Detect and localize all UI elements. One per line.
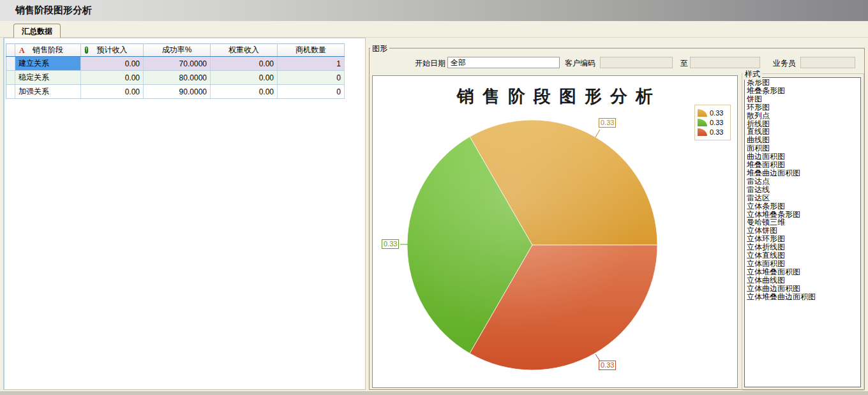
legend-label: 0.33: [710, 109, 723, 117]
summary-table-panel: A 销售阶段 预计收入 成功率% 权重收入 商机数量 建立关系 0.00 70.…: [3, 38, 366, 390]
style-list-item[interactable]: 堆叠曲边面积图: [747, 169, 860, 177]
cell-expected: 0.00: [81, 57, 144, 71]
cell-success: 80.0000: [144, 71, 211, 85]
sort-indicator-icon: A: [19, 46, 25, 56]
style-list-item[interactable]: 饼图: [747, 95, 860, 103]
table-row[interactable]: 稳定关系 0.00 80.0000 0.00 0: [6, 71, 345, 85]
legend-entry: 0.33: [698, 128, 728, 137]
table-row[interactable]: 加强关系 0.00 90.0000 0.00 0: [6, 85, 345, 99]
table-row[interactable]: 建立关系 0.00 70.0000 0.00 1: [6, 57, 345, 71]
window-bottom-edge: [0, 391, 868, 395]
style-list-item[interactable]: 雷达区: [747, 194, 860, 202]
style-list-item[interactable]: 立体堆叠面积图: [747, 268, 860, 276]
chart-legend: 0.330.330.33: [694, 105, 731, 140]
style-list-item[interactable]: 立体曲线图: [747, 276, 860, 285]
legend-entry: 0.33: [698, 108, 728, 117]
filter-indicator-icon: [85, 47, 88, 54]
cell-expected: 0.00: [81, 71, 144, 85]
style-list-item[interactable]: 散列点: [747, 112, 860, 120]
pie-chart-canvas: 销售阶段图形分析 0.33 0.33 0.33 0.330.330.33: [372, 75, 738, 388]
pie-value-label: 0.33: [599, 118, 616, 128]
pie-value-label: 0.33: [599, 361, 616, 370]
cell-weighted: 0.00: [211, 71, 278, 85]
row-header-corner: [6, 44, 15, 57]
to-label: 至: [680, 58, 689, 68]
legend-pie-icon: [698, 128, 707, 136]
pie-leader-line: [595, 130, 600, 137]
cell-success: 90.0000: [144, 85, 211, 99]
style-list-item[interactable]: 立体条形图: [747, 202, 860, 211]
column-header-label: 商机数量: [296, 45, 326, 54]
column-header-count[interactable]: 商机数量: [278, 44, 345, 57]
style-list-item[interactable]: 雷达点: [747, 177, 860, 186]
legend-entry: 0.33: [698, 118, 728, 127]
cell-weighted: 0.00: [211, 57, 278, 71]
row-header-cell: [6, 85, 15, 99]
table-header-row: A 销售阶段 预计收入 成功率% 权重收入 商机数量: [6, 44, 345, 57]
column-header-weighted[interactable]: 权重收入: [211, 44, 278, 57]
style-list-item[interactable]: 雷达线: [747, 186, 860, 194]
cell-count: 0: [278, 71, 345, 85]
row-header-cell: [6, 57, 15, 71]
style-list-item[interactable]: 立体直线图: [747, 251, 860, 260]
salesman-label: 业务员: [773, 58, 798, 68]
column-header-success[interactable]: 成功率%: [144, 44, 211, 57]
column-header-label: 预计收入: [97, 45, 128, 54]
style-group-label: 样式: [743, 69, 762, 80]
style-list[interactable]: 条形图堆叠条形图饼图环形图散列点折线图直线图曲线图面积图曲边面积图堆叠面积图堆叠…: [744, 77, 861, 387]
style-list-item[interactable]: 立体曲边面积图: [747, 285, 860, 293]
page-title: 销售阶段图形分析: [15, 4, 92, 17]
pie-value-label: 0.33: [382, 239, 399, 249]
style-list-item[interactable]: 立体堆叠曲边面积图: [747, 293, 860, 301]
style-list-item[interactable]: 环形图: [747, 103, 860, 112]
cell-stage: 稳定关系: [15, 71, 81, 85]
pie-chart-svg: [373, 76, 738, 389]
customer-code-input: [600, 57, 673, 68]
cell-count: 0: [278, 85, 345, 99]
start-date-input[interactable]: [447, 57, 560, 68]
row-header-cell: [6, 71, 15, 85]
legend-pie-icon: [698, 119, 707, 126]
cell-success: 70.0000: [144, 57, 211, 71]
style-list-item[interactable]: 立体面积图: [747, 260, 860, 268]
tab-summary-data[interactable]: 汇总数据: [13, 24, 61, 38]
cell-count: 1: [278, 57, 345, 71]
cell-weighted: 0.00: [211, 85, 278, 99]
cell-stage: 加强关系: [15, 85, 81, 99]
legend-label: 0.33: [710, 119, 723, 126]
sales-stage-table: A 销售阶段 预计收入 成功率% 权重收入 商机数量 建立关系 0.00 70.…: [6, 43, 345, 99]
column-header-stage[interactable]: A 销售阶段: [15, 44, 81, 57]
column-header-expected[interactable]: 预计收入: [81, 44, 144, 57]
tab-strip: 汇总数据: [0, 21, 868, 38]
customer-code-label: 客户编码: [565, 58, 598, 68]
legend-label: 0.33: [710, 128, 723, 136]
start-date-label: 开始日期: [408, 58, 445, 68]
salesman-input: [800, 57, 855, 68]
column-header-label: 权重收入: [228, 45, 259, 54]
column-header-label: 销售阶段: [33, 45, 63, 54]
window-title-bar: 销售阶段图形分析: [0, 0, 868, 21]
column-header-label: 成功率%: [162, 45, 192, 54]
style-list-item[interactable]: 堆叠条形图: [747, 87, 860, 95]
graph-group-label: 图形: [370, 43, 389, 54]
style-list-item[interactable]: 条形图: [747, 78, 860, 87]
legend-pie-icon: [698, 109, 707, 117]
cell-expected: 0.00: [81, 85, 144, 99]
cell-stage: 建立关系: [15, 57, 81, 71]
customer-code-to-input: [690, 57, 760, 68]
